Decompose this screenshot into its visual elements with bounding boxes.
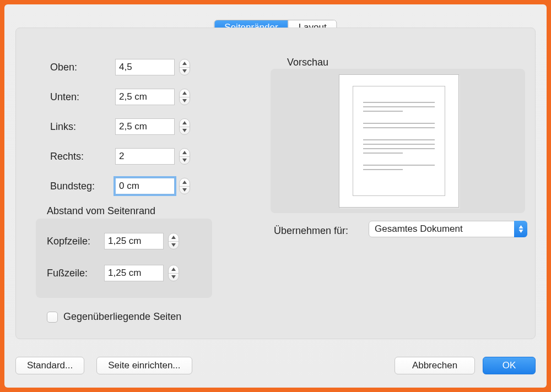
chevron-down-icon[interactable]: [180, 97, 190, 105]
preview-box: [271, 69, 525, 213]
row-bottom-margin: Unten: 2,5 cm: [50, 89, 190, 105]
row-gutter-margin: Bundsteg: 0 cm: [50, 178, 190, 194]
distance-group-title: Abstand vom Seitenrand: [47, 205, 155, 217]
stepper-right-margin[interactable]: [179, 148, 190, 165]
stepper-left-margin[interactable]: [179, 118, 190, 135]
label-header-distance: Kopfzeile:: [47, 236, 104, 247]
popup-arrows-icon: [514, 221, 527, 237]
chevron-down-icon[interactable]: [169, 242, 179, 249]
input-left-margin[interactable]: 2,5 cm: [115, 118, 175, 135]
stepper-header-distance[interactable]: [168, 233, 179, 249]
stepper-footer-distance[interactable]: [168, 265, 179, 281]
preview-page-inner: [353, 86, 445, 196]
chevron-down-icon[interactable]: [180, 157, 190, 165]
label-left-margin: Links:: [50, 121, 115, 133]
chevron-up-icon[interactable]: [169, 265, 179, 274]
label-facing-pages: Gegenüberliegende Seiten: [63, 311, 181, 323]
default-button[interactable]: Standard...: [15, 357, 84, 374]
label-footer-distance: Fußzeile:: [47, 268, 104, 279]
stepper-bottom-margin[interactable]: [179, 89, 190, 105]
preview-title: Vorschau: [287, 57, 328, 68]
chevron-down-icon[interactable]: [180, 187, 190, 194]
checkbox-facing-pages[interactable]: [47, 312, 58, 323]
apply-to-label: Übernehmen für:: [274, 225, 348, 237]
button-bar: Standard... Seite einrichten... Abbreche…: [15, 355, 536, 377]
input-right-margin[interactable]: 2: [115, 148, 175, 165]
row-footer-distance: Fußzeile: 1,25 cm: [47, 265, 179, 281]
label-bottom-margin: Unten:: [50, 91, 115, 103]
chevron-up-icon[interactable]: [180, 149, 190, 157]
apply-to-popup[interactable]: Gesamtes Dokument: [369, 221, 527, 237]
chevron-down-icon[interactable]: [180, 68, 190, 75]
input-bottom-margin[interactable]: 2,5 cm: [115, 89, 175, 105]
distance-group: Kopfzeile: 1,25 cm Fußzeile: 1,25 cm: [36, 219, 212, 298]
preview-page: [339, 74, 459, 208]
chevron-down-icon[interactable]: [180, 127, 190, 135]
label-top-margin: Oben:: [50, 62, 115, 73]
ok-button[interactable]: OK: [483, 357, 536, 374]
margins-panel: Oben: 4,5 Unten: 2,5 cm Links: 2,5 cm: [15, 28, 536, 339]
chevron-up-icon[interactable]: [169, 233, 179, 242]
row-left-margin: Links: 2,5 cm: [50, 118, 190, 135]
row-right-margin: Rechts: 2: [50, 148, 190, 165]
chevron-up-icon[interactable]: [180, 119, 190, 127]
input-header-distance[interactable]: 1,25 cm: [104, 233, 164, 249]
chevron-up-icon[interactable]: [180, 178, 190, 187]
chevron-up-icon[interactable]: [180, 59, 190, 68]
stepper-gutter-margin[interactable]: [179, 178, 190, 194]
label-right-margin: Rechts:: [50, 151, 115, 162]
row-header-distance: Kopfzeile: 1,25 cm: [47, 233, 179, 249]
stepper-top-margin[interactable]: [179, 59, 190, 75]
chevron-up-icon[interactable]: [180, 89, 190, 97]
page-setup-dialog: Seitenränder Layout Oben: 4,5 Unten: 2,5…: [4, 4, 547, 388]
label-gutter-margin: Bundsteg:: [50, 181, 115, 192]
apply-to-value: Gesamtes Dokument: [375, 224, 463, 235]
chevron-down-icon[interactable]: [169, 274, 179, 281]
cancel-button[interactable]: Abbrechen: [395, 357, 475, 374]
input-top-margin[interactable]: 4,5: [115, 59, 175, 75]
page-setup-button[interactable]: Seite einrichten...: [96, 357, 192, 374]
row-top-margin: Oben: 4,5: [50, 59, 190, 75]
row-facing-pages[interactable]: Gegenüberliegende Seiten: [47, 311, 181, 323]
input-footer-distance[interactable]: 1,25 cm: [104, 265, 164, 281]
input-gutter-margin[interactable]: 0 cm: [115, 178, 175, 194]
